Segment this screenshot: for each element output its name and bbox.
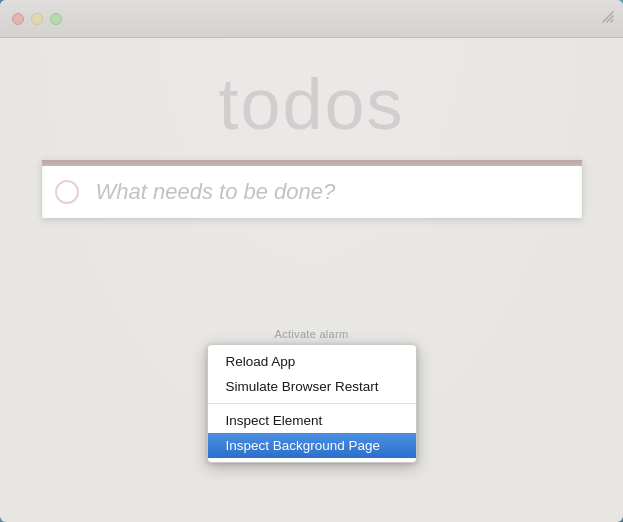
app-title: todos: [218, 68, 404, 140]
todo-placeholder-text[interactable]: What needs to be done?: [92, 179, 582, 205]
todo-checkbox-placeholder: [55, 180, 79, 204]
context-menu-area: Activate alarm Reload App Simulate Brows…: [207, 328, 417, 463]
close-button[interactable]: [12, 13, 24, 25]
minimize-button[interactable]: [31, 13, 43, 25]
maximize-button[interactable]: [50, 13, 62, 25]
resize-icon: [601, 10, 615, 24]
menu-divider: [208, 403, 416, 404]
menu-item-simulate-browser-restart[interactable]: Simulate Browser Restart: [208, 374, 416, 399]
todo-input-row: What needs to be done?: [42, 166, 582, 218]
menu-item-inspect-background-page[interactable]: Inspect Background Page: [208, 433, 416, 458]
context-menu: Reload App Simulate Browser Restart Insp…: [207, 344, 417, 463]
todo-input-container: What needs to be done?: [42, 160, 582, 218]
app-window: todos What needs to be done? Activate al…: [0, 0, 623, 522]
menu-item-reload-app[interactable]: Reload App: [208, 349, 416, 374]
titlebar: [0, 0, 623, 38]
activate-alarm-label: Activate alarm: [275, 328, 349, 340]
traffic-lights: [12, 13, 62, 25]
app-content: todos What needs to be done? Activate al…: [0, 38, 623, 522]
todo-checkbox-area: [42, 180, 92, 204]
menu-item-inspect-element[interactable]: Inspect Element: [208, 408, 416, 433]
